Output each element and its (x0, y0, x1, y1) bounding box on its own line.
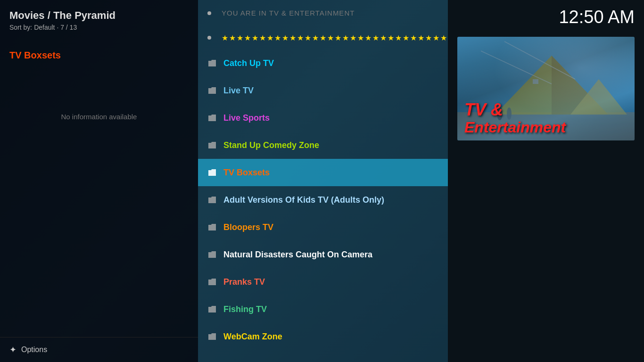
no-info-text: No information available (0, 103, 198, 130)
menu-item-natural-disasters[interactable]: Natural Disasters Caught On Camera (198, 241, 448, 268)
thumbnail-line2: Entertainment (464, 119, 627, 136)
header-item: YOU ARE IN TV & ENTERTAINMENT (198, 0, 448, 26)
item-label-live-sports: Live Sports (223, 113, 270, 123)
stars-line: ★★★★★★★★★★★★★★★★★★★★★★★★★★★★★★★★★★★★★★★ (222, 33, 448, 42)
item-label-fishing: Fishing TV (223, 304, 267, 314)
top-left-info: Movies / The Pyramid Sort by: Default · … (0, 0, 198, 36)
options-label: Options (21, 346, 47, 354)
item-label-webcam: WebCam Zone (223, 332, 282, 342)
folder-icon-fishing (207, 305, 217, 313)
stars-separator: ★★★★★★★★★★★★★★★★★★★★★★★★★★★★★★★★★★★★★★★ (198, 26, 448, 49)
menu-item-bloopers[interactable]: Bloopers TV (198, 214, 448, 241)
menu-item-standup[interactable]: Stand Up Comedy Zone (198, 132, 448, 159)
options-icon: ✦ (9, 345, 17, 355)
folder-icon-bloopers (207, 223, 217, 231)
menu-item-fishing[interactable]: Fishing TV (198, 296, 448, 323)
item-label-pranks: Pranks TV (223, 277, 265, 287)
item-label-natural-disasters: Natural Disasters Caught On Camera (223, 250, 372, 260)
right-panel: 12:50 AM (448, 0, 644, 362)
menu-item-adult-kids[interactable]: Adult Versions Of Kids TV (Adults Only) (198, 186, 448, 214)
page-subtitle: Sort by: Default · 7 / 13 (9, 24, 189, 31)
thumbnail-line1: TV & (464, 100, 627, 119)
folder-icon-pranks (207, 278, 217, 286)
folder-icon-standup (207, 141, 217, 149)
section-label: TV Boxsets (0, 36, 198, 66)
folder-icon-live-tv (207, 87, 217, 94)
svg-rect-7 (533, 79, 538, 84)
item-label-standup: Stand Up Comedy Zone (223, 140, 319, 150)
menu-item-live-tv[interactable]: Live TV (198, 77, 448, 104)
folder-icon-tv-boxsets (207, 169, 217, 176)
menu-item-catch-up[interactable]: Catch Up TV (198, 49, 448, 77)
menu-item-pranks[interactable]: Pranks TV (198, 268, 448, 296)
item-label-live-tv: Live TV (223, 86, 254, 96)
folder-icon-adult-kids (207, 196, 217, 204)
item-label-catch-up: Catch Up TV (223, 58, 274, 68)
clock-display: 12:50 AM (448, 0, 644, 27)
page-title: Movies / The Pyramid (9, 9, 189, 22)
thumbnail-text-area: TV & Entertainment (457, 96, 635, 140)
center-menu-panel: YOU ARE IN TV & ENTERTAINMENT ★★★★★★★★★★… (198, 0, 448, 362)
item-label-bloopers: Bloopers TV (223, 222, 273, 232)
item-label-tv-boxsets: TV Boxsets (223, 168, 270, 178)
item-label-adult-kids: Adult Versions Of Kids TV (Adults Only) (223, 195, 384, 205)
menu-item-live-sports[interactable]: Live Sports (198, 104, 448, 132)
left-panel: Movies / The Pyramid Sort by: Default · … (0, 0, 198, 362)
bullet-dot-stars (207, 36, 211, 40)
folder-icon-webcam (207, 333, 217, 340)
folder-icon-live-sports (207, 114, 217, 122)
header-text: YOU ARE IN TV & ENTERTAINMENT (222, 9, 355, 17)
bullet-dot (207, 11, 211, 15)
thumbnail-box: TV & Entertainment (457, 37, 635, 140)
menu-item-tv-boxsets[interactable]: TV Boxsets (198, 159, 448, 186)
folder-icon-natural-disasters (207, 251, 217, 258)
options-bar[interactable]: ✦ Options (0, 337, 198, 362)
menu-item-webcam[interactable]: WebCam Zone (198, 323, 448, 350)
folder-icon (207, 59, 217, 67)
